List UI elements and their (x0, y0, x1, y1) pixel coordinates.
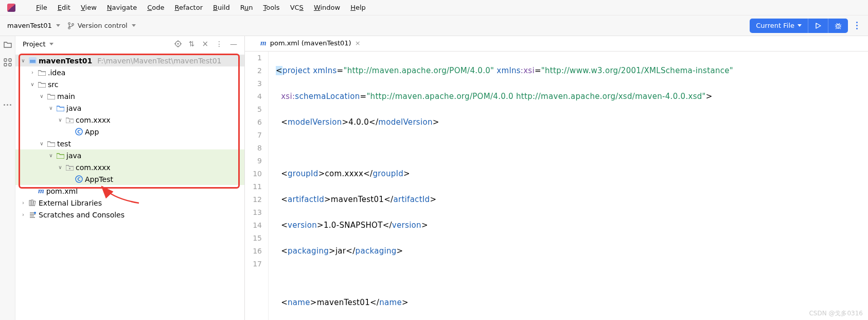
menu-build[interactable]: Build (208, 3, 235, 12)
svg-rect-18 (29, 200, 31, 206)
tree-test-java[interactable]: ∨ java (15, 149, 244, 161)
branch-icon (67, 22, 75, 29)
tree-item-label: External Libraries (39, 199, 102, 207)
svg-rect-19 (31, 200, 33, 206)
project-tree: ∨ mavenTest01 F:\maven\MavenTest\mavenTe… (15, 52, 244, 221)
svg-point-0 (68, 22, 70, 24)
editor-tabs: m pom.xml (mavenTest01) × (245, 36, 868, 52)
menu-run[interactable]: Run (235, 3, 258, 12)
menu-edit[interactable]: Edit (52, 3, 76, 12)
folder-icon (38, 70, 46, 76)
collapse-icon[interactable]: × (202, 39, 208, 48)
code-packaging: jar (335, 246, 346, 256)
code-group-id: com.xxxx (325, 169, 364, 178)
run-config-label: Current File (756, 22, 794, 29)
maven-icon: m (38, 187, 44, 195)
tree-item-label: AppTest (85, 175, 113, 183)
menu-tools[interactable]: Tools (258, 3, 285, 12)
menu-help[interactable]: Help (345, 3, 371, 12)
project-crumb[interactable]: mavenTest01 (7, 22, 60, 29)
folder-icon (38, 81, 46, 88)
menu-code[interactable]: Code (142, 3, 169, 12)
svg-rect-20 (33, 201, 36, 206)
project-panel-title[interactable]: Project (23, 40, 54, 48)
tree-item-label: src (48, 80, 58, 89)
expand-all-icon[interactable]: ⇅ (189, 40, 195, 48)
folder-icon (47, 141, 55, 147)
svg-rect-6 (4, 63, 7, 66)
close-icon[interactable]: × (355, 39, 361, 47)
editor-tab-label: pom.xml (mavenTest01) (270, 39, 351, 47)
module-icon (29, 57, 37, 64)
svg-rect-11 (30, 60, 36, 63)
settings-icon[interactable]: ⋮ (216, 40, 223, 48)
tree-src[interactable]: ∨ src (15, 78, 244, 90)
tree-item-label: com.xxxx (76, 116, 111, 124)
hide-icon[interactable]: — (230, 40, 237, 48)
folder-icon (47, 93, 55, 99)
project-panel-title-label: Project (23, 40, 45, 48)
locate-icon[interactable] (174, 40, 182, 47)
tree-scratches[interactable]: › Scratches and Consoles (15, 209, 244, 221)
tree-item-label: main (57, 92, 75, 100)
tree-item-label: java (66, 104, 81, 112)
editor-body[interactable]: 1234567891011121314151617 <project xmlns… (245, 52, 868, 320)
play-icon (814, 22, 822, 29)
chevron-down-icon (56, 24, 60, 27)
tree-root[interactable]: ∨ mavenTest01 F:\maven\MavenTest\mavenTe… (15, 55, 244, 66)
app-logo-icon (7, 4, 15, 12)
svg-point-1 (68, 27, 70, 29)
svg-rect-7 (9, 63, 11, 66)
svg-rect-4 (4, 59, 7, 61)
source-folder-icon (57, 105, 64, 111)
svg-text:C: C (77, 177, 81, 182)
tree-main-java[interactable]: ∨ java (15, 102, 244, 114)
version-control-selector[interactable]: Version control (67, 22, 136, 29)
menu-file[interactable]: File (31, 3, 52, 12)
tree-item-label: java (66, 151, 81, 160)
tree-test-pkg[interactable]: ∨ com.xxxx (15, 161, 244, 173)
libraries-icon (29, 199, 37, 206)
tree-item-label: com.xxxx (76, 163, 111, 172)
menu-vcs[interactable]: VCS (285, 3, 309, 12)
tree-item-label: test (57, 140, 71, 148)
more-actions-button[interactable] (853, 19, 861, 32)
tree-app[interactable]: · C App (15, 126, 244, 138)
more-tools-icon[interactable] (4, 104, 11, 106)
svg-point-21 (34, 212, 36, 214)
menu-view[interactable]: View (76, 3, 102, 12)
tree-main-pkg[interactable]: ∨ com.xxxx (15, 114, 244, 126)
editor-panel: m pom.xml (mavenTest01) × 12345678910111… (245, 36, 868, 320)
tree-pom[interactable]: · m pom.xml (15, 185, 244, 197)
tree-test[interactable]: ∨ test (15, 138, 244, 149)
class-icon: C (75, 128, 83, 136)
version-control-label: Version control (78, 22, 128, 29)
svg-rect-5 (9, 59, 11, 61)
project-panel-header: Project ⇅ × ⋮ — (15, 36, 244, 52)
tree-idea[interactable]: › .idea (15, 66, 244, 78)
tree-item-label: pom.xml (46, 187, 78, 195)
test-folder-icon (57, 153, 64, 159)
menu-window[interactable]: Window (309, 3, 345, 12)
debug-button[interactable] (828, 19, 848, 33)
code-model-version: 4.0.0 (348, 117, 369, 127)
svg-point-2 (72, 23, 74, 25)
run-config-selector[interactable]: Current File (750, 19, 808, 33)
class-icon: C (75, 175, 83, 183)
tree-item-path: F:\maven\MavenTest\mavenTest01 (97, 57, 221, 65)
code-area[interactable]: <project xmlns="http://maven.apache.org/… (269, 52, 868, 320)
tree-main[interactable]: ∨ main (15, 90, 244, 102)
editor-tab-pom[interactable]: m pom.xml (mavenTest01) × (255, 37, 366, 50)
tree-apptest[interactable]: · C AppTest (15, 173, 244, 185)
structure-icon[interactable] (3, 58, 12, 67)
tree-item-label: Scratches and Consoles (39, 211, 125, 219)
run-button[interactable] (808, 19, 828, 33)
package-icon (66, 117, 74, 123)
navbar: mavenTest01 Version control Current File (0, 15, 868, 36)
run-config-pill: Current File (750, 19, 848, 33)
tree-external-libs[interactable]: › External Libraries (15, 197, 244, 209)
watermark: CSDN @戈多0316 (809, 309, 863, 318)
menu-navigate[interactable]: Navigate (102, 3, 142, 12)
menu-refactor[interactable]: Refactor (169, 3, 208, 12)
folder-icon[interactable] (3, 40, 12, 49)
